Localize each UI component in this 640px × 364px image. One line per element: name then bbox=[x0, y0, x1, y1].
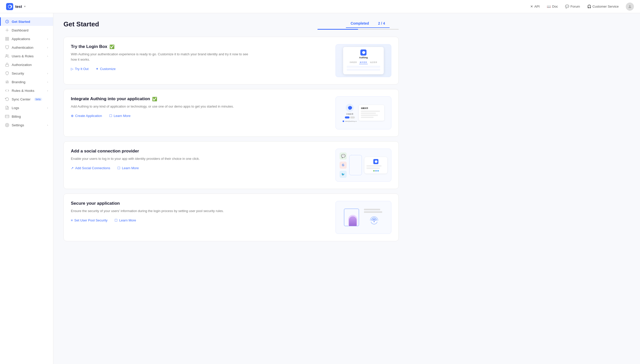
forum-label: Forum bbox=[570, 5, 580, 8]
forum-icon: 💬 bbox=[565, 5, 569, 8]
step-login-box-check: ✅ bbox=[109, 44, 115, 49]
completed-label[interactable]: Completed bbox=[346, 20, 373, 28]
branding-chevron: › bbox=[47, 81, 48, 83]
step-social: Add a social connection provider Enable … bbox=[63, 141, 399, 189]
add-social-icon: ↗ bbox=[71, 166, 74, 170]
step-secure-content: Secure your application Ensure the secur… bbox=[71, 201, 329, 222]
avatar[interactable] bbox=[626, 3, 634, 11]
step-social-desc: Enable your users to log in to your app … bbox=[71, 156, 249, 162]
sidebar-label-authentication: Authentication bbox=[12, 46, 34, 49]
create-app-label: Create Application bbox=[75, 114, 102, 118]
sidebar-item-security[interactable]: Security › bbox=[0, 69, 53, 78]
doc-label: Doc bbox=[552, 5, 558, 8]
sidebar-item-settings[interactable]: Settings › bbox=[0, 121, 53, 129]
sidebar-item-authorization[interactable]: Authorization bbox=[0, 60, 53, 69]
progress-area: Completed 2 / 4 bbox=[317, 20, 399, 30]
step-secure: Secure your application Ensure the secur… bbox=[63, 194, 399, 241]
svg-point-16 bbox=[7, 125, 8, 126]
step-login-box: Try the Login Box ✅ With Authing your au… bbox=[63, 37, 399, 84]
svg-rect-8 bbox=[6, 64, 9, 66]
customize-label: Customize bbox=[100, 67, 116, 71]
sidebar-label-security: Security bbox=[12, 72, 24, 75]
svg-rect-4 bbox=[7, 37, 9, 39]
sidebar-item-rules-hooks[interactable]: Rules & Hooks › bbox=[0, 86, 53, 95]
customize-icon: ✦ bbox=[96, 67, 99, 71]
users-roles-chevron: › bbox=[47, 55, 48, 58]
applications-chevron: › bbox=[47, 38, 48, 40]
step-secure-title: Secure your application bbox=[71, 201, 329, 206]
step-login-box-desc: With Authing your authentication experie… bbox=[71, 52, 249, 62]
logo-icon bbox=[6, 3, 13, 10]
sidebar-item-sync-center[interactable]: Sync Center beta bbox=[0, 95, 53, 103]
sidebar-item-dashboard[interactable]: Dashboard bbox=[0, 26, 53, 34]
add-social-link[interactable]: ↗ Add Social Connections bbox=[71, 166, 110, 170]
sidebar-label-logs: Logs bbox=[12, 106, 19, 110]
step-secure-desc: Ensure the security of your users' infor… bbox=[71, 209, 249, 214]
learn-more-2-icon: ☐ bbox=[117, 166, 120, 170]
learn-more-1-icon: ☐ bbox=[109, 114, 112, 118]
try-it-out-link[interactable]: ▷ Try It Out bbox=[71, 67, 89, 71]
add-social-label: Add Social Connections bbox=[75, 166, 110, 170]
step-integrate-desc: Add Authing to any kind of application o… bbox=[71, 104, 249, 109]
customer-service-link[interactable]: 🎧 Customer Service bbox=[587, 5, 619, 8]
customer-service-label: Customer Service bbox=[593, 5, 619, 8]
brand-name: test bbox=[15, 4, 22, 9]
step-login-box-title: Try the Login Box ✅ bbox=[71, 44, 329, 49]
logs-chevron: › bbox=[47, 107, 48, 109]
authentication-chevron: › bbox=[47, 46, 48, 49]
sidebar-label-applications: Applications bbox=[12, 37, 30, 41]
create-app-link[interactable]: ⊕ Create Application bbox=[71, 114, 102, 118]
customer-service-icon: 🎧 bbox=[587, 5, 591, 8]
brand-logo[interactable]: test ▾ bbox=[6, 3, 26, 10]
svg-rect-5 bbox=[6, 39, 7, 40]
svg-rect-3 bbox=[6, 37, 7, 39]
sidebar-item-users-roles[interactable]: Users & Roles › bbox=[0, 52, 53, 60]
learn-more-1-label: Learn More bbox=[114, 114, 131, 118]
progress-labels: Completed 2 / 4 bbox=[346, 20, 399, 28]
api-link[interactable]: ✕ API bbox=[530, 5, 540, 8]
create-app-icon: ⊕ bbox=[71, 114, 74, 118]
api-label: API bbox=[534, 5, 540, 8]
sidebar-item-applications[interactable]: Applications › bbox=[0, 34, 53, 43]
svg-point-0 bbox=[629, 5, 630, 6]
step-social-illustration: 💬 G 🐦 bbox=[335, 149, 391, 182]
step-integrate-check: ✅ bbox=[152, 97, 157, 101]
sidebar-label-dashboard: Dashboard bbox=[12, 28, 28, 32]
try-it-out-label: Try It Out bbox=[75, 67, 89, 71]
set-security-link[interactable]: ≡ Set User Pool Security bbox=[71, 218, 107, 222]
step-login-box-actions: ▷ Try It Out ✦ Customize bbox=[71, 67, 329, 71]
google-icon: G bbox=[340, 162, 347, 169]
svg-rect-14 bbox=[5, 115, 9, 118]
progress-fraction: 2 / 4 bbox=[374, 20, 390, 28]
customize-link[interactable]: ✦ Customize bbox=[96, 67, 116, 71]
svg-point-7 bbox=[6, 55, 7, 56]
twitter-icon: 🐦 bbox=[340, 171, 347, 178]
sidebar-item-get-started[interactable]: Get Started bbox=[0, 17, 53, 26]
learn-more-3-label: Learn More bbox=[119, 218, 136, 222]
step-social-title: Add a social connection provider bbox=[71, 149, 329, 154]
sidebar-item-logs[interactable]: Logs › bbox=[0, 103, 53, 112]
sidebar-item-billing[interactable]: Billing bbox=[0, 112, 53, 121]
step-secure-illustration bbox=[335, 201, 391, 234]
learn-more-3-link[interactable]: ☐ Learn More bbox=[115, 218, 136, 222]
forum-link[interactable]: 💬 Forum bbox=[565, 5, 580, 8]
progress-track bbox=[317, 29, 399, 30]
step-login-box-illustration: Authing 扫码登录 账号登录 短信登录 bbox=[335, 44, 391, 77]
learn-more-2-label: Learn More bbox=[122, 166, 139, 170]
brand-chevron: ▾ bbox=[24, 5, 26, 8]
sidebar-item-authentication[interactable]: Authentication › bbox=[0, 43, 53, 52]
sidebar-label-authorization: Authorization bbox=[12, 63, 32, 67]
learn-more-3-icon: ☐ bbox=[115, 218, 118, 222]
api-icon: ✕ bbox=[530, 5, 533, 8]
progress-fill bbox=[317, 29, 358, 30]
topnav-links: ✕ API 📖 Doc 💬 Forum 🎧 Customer Service bbox=[530, 3, 634, 11]
doc-link[interactable]: 📖 Doc bbox=[547, 5, 558, 8]
step-integrate-title: Integrate Authing into your application … bbox=[71, 96, 329, 101]
svg-point-2 bbox=[7, 30, 8, 31]
learn-more-1-link[interactable]: ☐ Learn More bbox=[109, 114, 131, 118]
sync-center-badge: beta bbox=[34, 98, 42, 101]
sidebar-item-branding[interactable]: Branding › bbox=[0, 78, 53, 86]
svg-rect-6 bbox=[7, 39, 9, 40]
learn-more-2-link[interactable]: ☐ Learn More bbox=[117, 166, 139, 170]
set-security-icon: ≡ bbox=[71, 218, 73, 222]
